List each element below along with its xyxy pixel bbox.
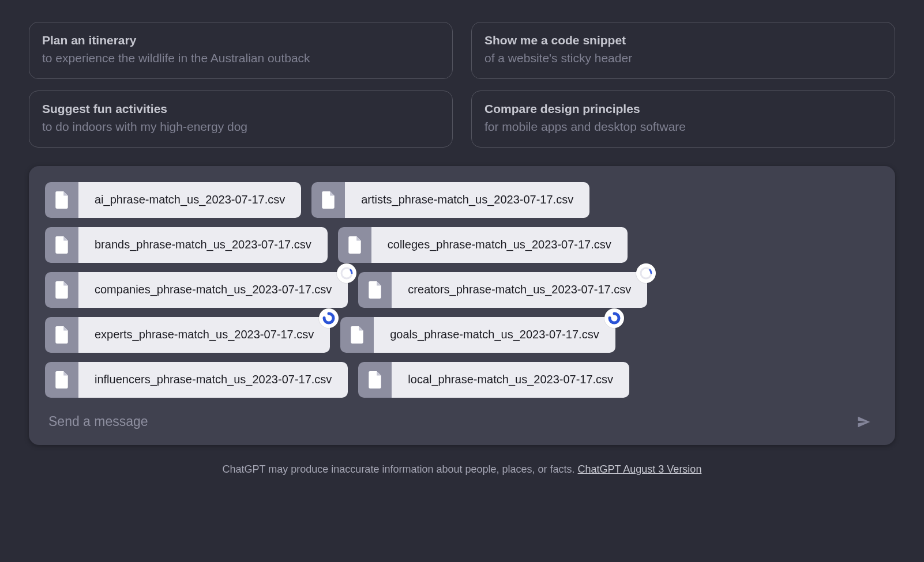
file-attachment[interactable]: colleges_phrase-match_us_2023-07-17.csv bbox=[338, 227, 628, 263]
upload-spinner-icon bbox=[636, 263, 656, 283]
file-attachment[interactable]: goals_phrase-match_us_2023-07-17.csv bbox=[340, 317, 615, 353]
suggestion-card[interactable]: Suggest fun activities to do indoors wit… bbox=[29, 90, 453, 148]
file-attachment[interactable]: experts_phrase-match_us_2023-07-17.csv bbox=[45, 317, 330, 353]
version-link[interactable]: ChatGPT August 3 Version bbox=[578, 463, 702, 475]
file-attachment[interactable]: companies_phrase-match_us_2023-07-17.csv bbox=[45, 272, 348, 308]
suggestion-title: Show me a code snippet bbox=[484, 32, 882, 48]
message-input[interactable] bbox=[48, 414, 852, 429]
suggestion-subtitle: for mobile apps and desktop software bbox=[484, 117, 882, 137]
input-row bbox=[45, 407, 879, 433]
file-icon bbox=[45, 272, 78, 308]
suggestion-card[interactable]: Plan an itinerary to experience the wild… bbox=[29, 22, 453, 79]
suggestion-card[interactable]: Show me a code snippet of a website's st… bbox=[471, 22, 895, 79]
file-name: experts_phrase-match_us_2023-07-17.csv bbox=[78, 317, 330, 353]
attachment-list: ai_phrase-match_us_2023-07-17.csvartists… bbox=[45, 182, 879, 398]
file-attachment[interactable]: artists_phrase-match_us_2023-07-17.csv bbox=[311, 182, 589, 218]
file-name: colleges_phrase-match_us_2023-07-17.csv bbox=[371, 227, 628, 263]
file-name: brands_phrase-match_us_2023-07-17.csv bbox=[78, 227, 328, 263]
suggestion-title: Plan an itinerary bbox=[42, 32, 440, 48]
file-attachment[interactable]: local_phrase-match_us_2023-07-17.csv bbox=[358, 362, 629, 398]
suggestion-card[interactable]: Compare design principles for mobile app… bbox=[471, 90, 895, 148]
suggestion-subtitle: to experience the wildlife in the Austra… bbox=[42, 48, 440, 68]
file-icon bbox=[311, 182, 345, 218]
file-attachment[interactable]: ai_phrase-match_us_2023-07-17.csv bbox=[45, 182, 301, 218]
message-composer: ai_phrase-match_us_2023-07-17.csvartists… bbox=[29, 166, 895, 445]
file-icon bbox=[338, 227, 371, 263]
upload-spinner-icon bbox=[319, 308, 339, 328]
file-name: ai_phrase-match_us_2023-07-17.csv bbox=[78, 182, 301, 218]
file-attachment[interactable]: creators_phrase-match_us_2023-07-17.csv bbox=[358, 272, 647, 308]
footer-text: ChatGPT may produce inaccurate informati… bbox=[223, 463, 578, 475]
suggestion-subtitle: of a website's sticky header bbox=[484, 48, 882, 68]
file-attachment[interactable]: influencers_phrase-match_us_2023-07-17.c… bbox=[45, 362, 348, 398]
file-icon bbox=[45, 317, 78, 353]
file-icon bbox=[45, 182, 78, 218]
upload-spinner-icon bbox=[337, 263, 356, 283]
suggestion-title: Compare design principles bbox=[484, 100, 882, 117]
suggestion-subtitle: to do indoors with my high-energy dog bbox=[42, 117, 440, 137]
send-button[interactable] bbox=[852, 410, 876, 433]
file-attachment[interactable]: brands_phrase-match_us_2023-07-17.csv bbox=[45, 227, 328, 263]
file-name: goals_phrase-match_us_2023-07-17.csv bbox=[374, 317, 615, 353]
file-name: creators_phrase-match_us_2023-07-17.csv bbox=[392, 272, 647, 308]
footer-disclaimer: ChatGPT may produce inaccurate informati… bbox=[29, 463, 895, 476]
file-name: artists_phrase-match_us_2023-07-17.csv bbox=[345, 182, 589, 218]
file-name: local_phrase-match_us_2023-07-17.csv bbox=[392, 362, 629, 398]
file-icon bbox=[45, 227, 78, 263]
upload-spinner-icon bbox=[604, 308, 624, 328]
file-name: influencers_phrase-match_us_2023-07-17.c… bbox=[78, 362, 348, 398]
file-icon bbox=[358, 362, 392, 398]
file-icon bbox=[358, 272, 392, 308]
suggestion-grid: Plan an itinerary to experience the wild… bbox=[29, 22, 895, 148]
file-icon bbox=[340, 317, 374, 353]
send-icon bbox=[856, 414, 872, 430]
file-icon bbox=[45, 362, 78, 398]
file-name: companies_phrase-match_us_2023-07-17.csv bbox=[78, 272, 348, 308]
suggestion-title: Suggest fun activities bbox=[42, 100, 440, 117]
